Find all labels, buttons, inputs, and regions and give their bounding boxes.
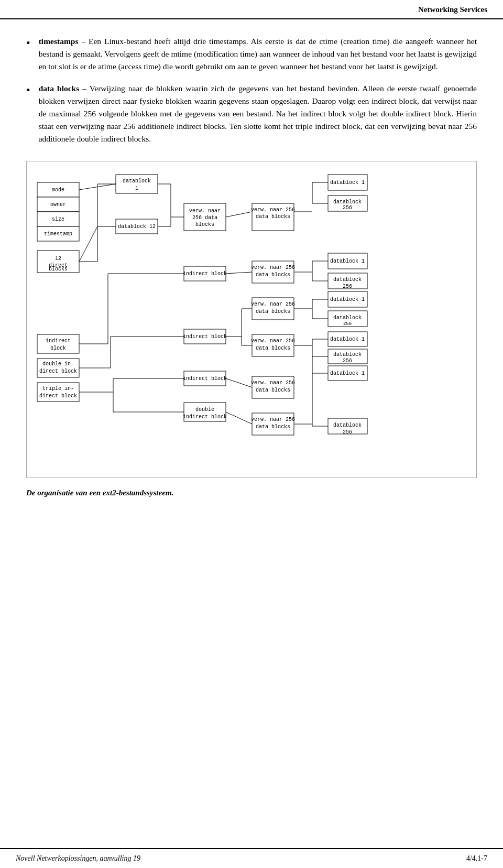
bullet-text-timestamps: timestamps – Een Linux-bestand heeft alt…	[39, 35, 477, 73]
svg-text:indirect block: indirect block	[183, 334, 227, 340]
diagram-container: mode owner size timestamp 12 direct bloc…	[26, 161, 477, 478]
svg-text:datablock 1: datablock 1	[330, 371, 365, 376]
bullet-item-datablocks: • data blocks – Verwijzing naar de blokk…	[26, 82, 477, 145]
svg-text:datablock: datablock	[333, 277, 362, 283]
svg-text:double: double	[195, 407, 214, 413]
svg-text:verw. naar 256: verw. naar 256	[251, 338, 295, 344]
svg-text:data blocks: data blocks	[256, 309, 290, 314]
svg-line-64	[226, 212, 252, 217]
svg-text:data blocks: data blocks	[256, 214, 290, 220]
bullet-text-datablocks: data blocks – Verwijzing naar de blokken…	[39, 82, 477, 145]
svg-text:triple in-: triple in-	[42, 386, 74, 392]
header-title: Networking Services	[418, 5, 487, 14]
svg-text:owner: owner	[50, 202, 66, 208]
svg-line-68	[226, 272, 252, 274]
svg-text:data blocks: data blocks	[256, 424, 290, 430]
svg-text:datablock: datablock	[333, 199, 362, 205]
footer-left: Novell Netwerkoplossingen, aanvulling 19	[16, 854, 140, 863]
svg-text:256 data: 256 data	[192, 215, 217, 221]
svg-text:timestamp: timestamp	[44, 231, 72, 237]
svg-line-82	[226, 378, 252, 387]
svg-text:256: 256	[343, 358, 352, 364]
svg-text:verw. naar: verw. naar	[189, 208, 221, 214]
svg-text:size: size	[52, 216, 64, 222]
svg-text:datablock 1: datablock 1	[330, 180, 365, 186]
svg-text:data blocks: data blocks	[256, 387, 290, 393]
svg-text:direct block: direct block	[39, 368, 77, 374]
svg-text:256: 256	[343, 205, 352, 211]
svg-text:double in-: double in-	[42, 361, 74, 367]
svg-text:1: 1	[135, 186, 138, 191]
svg-text:256: 256	[343, 284, 352, 289]
svg-text:12: 12	[55, 256, 61, 262]
svg-text:blocks: blocks	[195, 222, 214, 227]
svg-text:datablock 1: datablock 1	[330, 258, 365, 264]
svg-text:indirect block: indirect block	[183, 414, 227, 420]
svg-text:datablock 12: datablock 12	[118, 224, 156, 230]
svg-text:verw. naar 256: verw. naar 256	[251, 265, 295, 270]
svg-line-31	[79, 226, 97, 262]
svg-text:direct block: direct block	[39, 393, 77, 399]
svg-text:datablock: datablock	[333, 315, 362, 321]
page-header: Networking Services	[0, 0, 503, 19]
diagram-svg: mode owner size timestamp 12 direct bloc…	[35, 172, 468, 467]
svg-text:blocks: blocks	[49, 266, 68, 272]
svg-text:data blocks: data blocks	[256, 272, 290, 278]
svg-text:datablock: datablock	[123, 178, 151, 184]
svg-text:256: 256	[343, 429, 352, 435]
svg-text:datablock 1: datablock 1	[330, 337, 365, 342]
bullet-dot-1: •	[26, 35, 30, 51]
svg-text:indirect block: indirect block	[183, 271, 227, 277]
svg-text:verw. naar 256: verw. naar 256	[251, 380, 295, 386]
svg-text:datablock: datablock	[333, 422, 362, 428]
svg-text:verw. naar 256: verw. naar 256	[251, 417, 295, 422]
svg-line-86	[226, 412, 252, 424]
footer-right: 4/4.1-7	[466, 854, 487, 863]
svg-text:verw. naar 256: verw. naar 256	[251, 207, 295, 213]
diagram-caption: De organisatie van een ext2-bestandssyst…	[26, 489, 477, 497]
bullet-item-timestamps: • timestamps – Een Linux-bestand heeft a…	[26, 35, 477, 73]
svg-text:data blocks: data blocks	[256, 345, 290, 351]
main-content: • timestamps – Een Linux-bestand heeft a…	[0, 19, 503, 524]
svg-text:mode: mode	[52, 187, 64, 193]
bullet-dot-2: •	[26, 82, 30, 99]
svg-text:block: block	[50, 345, 66, 351]
page-footer: Novell Netwerkoplossingen, aanvulling 19…	[0, 848, 503, 868]
svg-text:datablock 1: datablock 1	[330, 297, 365, 302]
svg-text:256: 256	[343, 322, 352, 327]
svg-text:datablock: datablock	[333, 352, 362, 357]
svg-text:indirect: indirect	[46, 338, 71, 344]
svg-text:indirect block: indirect block	[183, 376, 227, 382]
svg-text:verw. naar 256: verw. naar 256	[251, 301, 295, 307]
